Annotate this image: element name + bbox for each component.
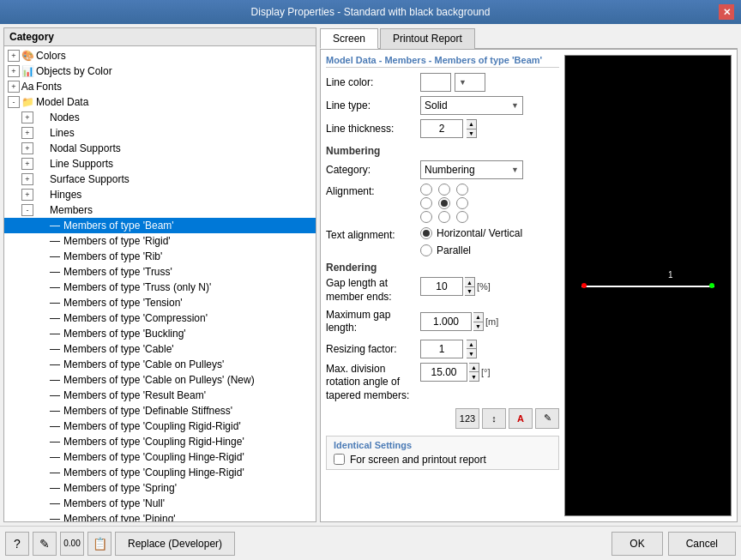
- tab-screen[interactable]: Screen: [320, 28, 378, 49]
- icon-btn-123[interactable]: 123: [455, 408, 479, 429]
- replace-button[interactable]: Replace (Developer): [115, 532, 235, 556]
- expander-nodal[interactable]: +: [21, 142, 33, 154]
- cancel-button[interactable]: Cancel: [668, 532, 736, 556]
- gap-spinner[interactable]: ▲ ▼: [465, 277, 475, 296]
- division-input[interactable]: 15.00: [420, 363, 467, 382]
- spinner-down[interactable]: ▼: [465, 287, 474, 296]
- align-bc[interactable]: [438, 211, 450, 223]
- expander-objects[interactable]: +: [8, 65, 20, 77]
- division-spinner[interactable]: ▲ ▼: [469, 363, 479, 382]
- spinner-up[interactable]: ▲: [469, 364, 479, 373]
- tree-item-members-rigid[interactable]: — Members of type 'Rigid': [4, 233, 316, 249]
- tree-container[interactable]: + 🎨 Colors + 📊 Objects by Color +: [4, 46, 316, 521]
- align-mr[interactable]: [456, 197, 468, 209]
- expander-nodes[interactable]: +: [21, 111, 33, 123]
- expander-fonts[interactable]: +: [8, 81, 20, 93]
- align-bl[interactable]: [420, 211, 432, 223]
- expander-model-data[interactable]: -: [8, 96, 20, 108]
- tree-item-members-buckling[interactable]: — Members of type 'Buckling': [4, 326, 316, 341]
- text-align-horizontal[interactable]: Horizontal/ Vertical: [420, 227, 522, 239]
- tree-item-colors[interactable]: + 🎨 Colors: [4, 48, 316, 63]
- tree-item-result-beam[interactable]: — Members of type 'Result Beam': [4, 388, 316, 403]
- tree-item-coupling-hinge-rigid-1[interactable]: — Members of type 'Coupling Hinge-Rigid': [4, 449, 316, 465]
- line-thickness-input[interactable]: 2: [420, 119, 463, 138]
- expander-line-supports[interactable]: +: [21, 158, 33, 170]
- icon-btn-arrow[interactable]: ↕: [482, 408, 506, 429]
- line-type-dropdown[interactable]: Solid ▼: [420, 96, 523, 115]
- tree-item-definable[interactable]: — Members of type 'Definable Stiffness': [4, 403, 316, 418]
- text-align-parallel-label: Parallel: [437, 244, 471, 256]
- tree-item-members-truss[interactable]: — Members of type 'Truss': [4, 264, 316, 280]
- tree-item-members-cable[interactable]: — Members of type 'Cable': [4, 341, 316, 357]
- tree-item-line-supports[interactable]: + Line Supports: [4, 156, 316, 172]
- decimal-button[interactable]: 0.00: [60, 532, 84, 556]
- spinner-up[interactable]: ▲: [465, 278, 474, 287]
- radio-parallel[interactable]: [420, 244, 432, 256]
- help-button[interactable]: ?: [5, 532, 29, 556]
- tree-item-members-tension[interactable]: — Members of type 'Tension': [4, 295, 316, 310]
- text-align-parallel[interactable]: Parallel: [420, 244, 522, 256]
- line-color-row: Line color: ▼: [326, 73, 559, 92]
- spinner-down[interactable]: ▼: [467, 129, 476, 138]
- tree-item-members-rib[interactable]: — Members of type 'Rib': [4, 249, 316, 264]
- tree-label: Members of type 'Compression': [63, 312, 208, 324]
- spinner-down[interactable]: ▼: [467, 349, 476, 358]
- spinner-up[interactable]: ▲: [467, 340, 476, 350]
- align-mc[interactable]: [438, 197, 450, 209]
- tree-item-hinges[interactable]: + Hinges: [4, 187, 316, 202]
- tree-item-coupling-rh[interactable]: — Members of type 'Coupling Rigid-Hinge': [4, 434, 316, 449]
- preview-dot-green: [709, 283, 714, 288]
- tree-item-members-compression[interactable]: — Members of type 'Compression': [4, 310, 316, 326]
- spinner-down[interactable]: ▼: [473, 322, 483, 331]
- icon-btn-a[interactable]: A: [509, 408, 533, 429]
- expander-colors[interactable]: +: [8, 50, 20, 62]
- tree-item-members-truss-n[interactable]: — Members of type 'Truss (only N)': [4, 280, 316, 295]
- tree-item-model-data[interactable]: - 📁 Model Data: [4, 94, 316, 110]
- spinner-down[interactable]: ▼: [469, 372, 479, 381]
- max-gap-input[interactable]: 1.000: [420, 312, 472, 331]
- max-gap-spinner[interactable]: ▲ ▼: [473, 312, 484, 331]
- align-br[interactable]: [456, 211, 468, 223]
- color-dropdown[interactable]: ▼: [455, 73, 485, 92]
- tree-item-lines[interactable]: + Lines: [4, 125, 316, 141]
- tree-item-spring[interactable]: — Members of type 'Spring': [4, 480, 316, 496]
- tree-item-members[interactable]: - Members: [4, 202, 316, 218]
- close-button[interactable]: ✕: [719, 4, 734, 20]
- tree-item-cable-pulleys-new[interactable]: — Members of type 'Cable on Pulleys' (Ne…: [4, 372, 316, 388]
- tree-item-fonts[interactable]: + Aa Fonts: [4, 79, 316, 94]
- resizing-spinner[interactable]: ▲ ▼: [467, 340, 477, 358]
- tree-item-piping[interactable]: — Members of type 'Piping': [4, 511, 316, 521]
- category-dropdown[interactable]: Numbering ▼: [420, 160, 523, 179]
- align-ml[interactable]: [420, 197, 432, 209]
- ok-button[interactable]: OK: [611, 532, 662, 556]
- tree-item-objects-by-color[interactable]: + 📊 Objects by Color: [4, 63, 316, 79]
- tree-item-null[interactable]: — Members of type 'Null': [4, 496, 316, 511]
- spinner-up[interactable]: ▲: [473, 313, 483, 322]
- tree-item-cable-pulleys[interactable]: — Members of type 'Cable on Pulleys': [4, 357, 316, 372]
- thickness-spinner[interactable]: ▲ ▼: [467, 119, 477, 138]
- radio-horizontal[interactable]: [420, 227, 432, 239]
- align-tc[interactable]: [438, 184, 450, 196]
- edit-button[interactable]: ✎: [33, 532, 57, 556]
- tree-item-coupling-rr[interactable]: — Members of type 'Coupling Rigid-Rigid': [4, 418, 316, 434]
- tree-item-surface-supports[interactable]: + Surface Supports: [4, 172, 316, 187]
- tree-item-members-beam[interactable]: — Members of type 'Beam': [4, 218, 316, 233]
- spinner-up[interactable]: ▲: [467, 120, 476, 129]
- clipboard-button[interactable]: 📋: [87, 532, 111, 556]
- tree-item-nodal-supports[interactable]: + Nodal Supports: [4, 141, 316, 156]
- expander-members[interactable]: -: [21, 204, 33, 216]
- expander-surface-supports[interactable]: +: [21, 173, 33, 185]
- align-tl[interactable]: [420, 184, 432, 196]
- tree-item-nodes[interactable]: + Nodes: [4, 110, 316, 125]
- tab-printout[interactable]: Printout Report: [380, 28, 475, 49]
- identical-settings-checkbox[interactable]: [334, 454, 345, 465]
- gap-length-input[interactable]: 10: [420, 277, 463, 296]
- icon-btn-edit[interactable]: ✎: [535, 408, 559, 429]
- tree-item-coupling-hinge-rigid-2[interactable]: — Members of type 'Coupling Hinge-Rigid': [4, 465, 316, 480]
- expander-lines[interactable]: +: [21, 127, 33, 139]
- color-picker-box[interactable]: [420, 73, 451, 92]
- align-tr[interactable]: [456, 184, 468, 196]
- resizing-input[interactable]: 1: [420, 340, 463, 358]
- expander-hinges[interactable]: +: [21, 189, 33, 201]
- preview-panel: 1: [564, 55, 732, 516]
